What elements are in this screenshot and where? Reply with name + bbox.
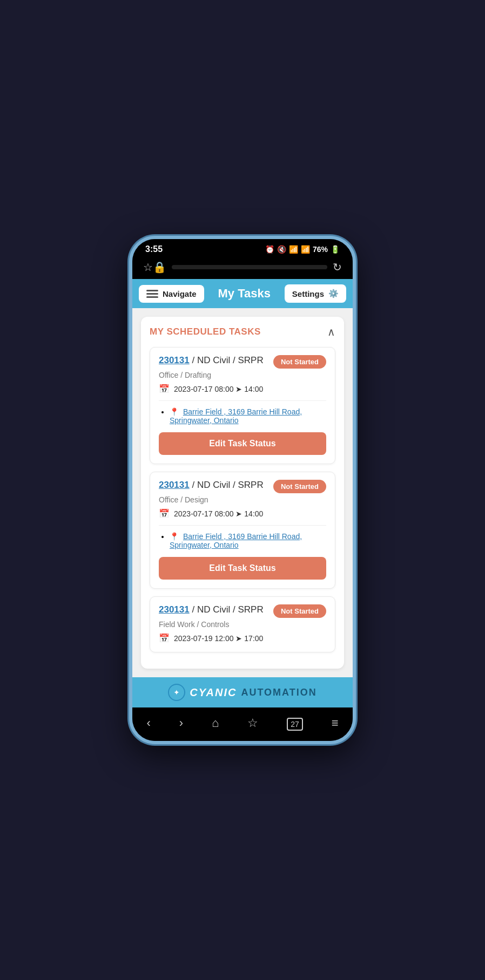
browser-bar: ☆ 🔒 ↻	[132, 257, 353, 279]
task-title: 230131 / ND Civil / SRPR	[159, 480, 268, 491]
edit-task-button-2[interactable]: Edit Task Status	[159, 557, 326, 580]
location-link-1[interactable]: Barrie Field , 3169 Barrie Hill Road, Sp…	[170, 407, 302, 425]
settings-label: Settings	[292, 289, 324, 298]
wifi-icon: 📶	[289, 245, 298, 254]
navigate-label: Navigate	[163, 289, 197, 298]
task-datetime-3: 2023-07-19 12:00 ➤ 17:00	[174, 634, 263, 643]
task-project-2: / ND Civil / SRPR	[192, 480, 263, 490]
task-project-1: / ND Civil / SRPR	[192, 355, 263, 365]
task-datetime-row-3: 📅 2023-07-19 12:00 ➤ 17:00	[159, 633, 326, 643]
task-location-list-2: 📍 Barrie Field , 3169 Barrie Hill Road, …	[159, 532, 326, 549]
lock-icon[interactable]: 🔒	[153, 261, 166, 274]
content-area: MY SCHEDULED TASKS ∧ 230131 / ND Civil /…	[132, 308, 353, 677]
task-header-row: 230131 / ND Civil / SRPR Not Started	[159, 355, 326, 369]
gear-icon: ⚙️	[328, 289, 339, 298]
mute-icon: 🔇	[277, 245, 286, 254]
status-badge-1: Not Started	[273, 355, 326, 369]
settings-button[interactable]: Settings ⚙️	[285, 284, 346, 303]
task-title: 230131 / ND Civil / SRPR	[159, 355, 268, 366]
section-title: MY SCHEDULED TASKS	[150, 326, 261, 337]
menu-button[interactable]: ≡	[325, 714, 345, 732]
task-id-link-1[interactable]: 230131	[159, 355, 190, 365]
task-category-1: Office / Drafting	[159, 371, 326, 379]
edit-task-button-1[interactable]: Edit Task Status	[159, 432, 326, 455]
task-card: 230131 / ND Civil / SRPR Not Started Off…	[150, 472, 335, 589]
location-icon-2: 📍	[170, 532, 179, 541]
task-datetime-row-1: 📅 2023-07-17 08:00 ➤ 14:00	[159, 384, 326, 394]
list-item: 📍 Barrie Field , 3169 Barrie Hill Road, …	[170, 407, 326, 425]
tab-counter: 27	[287, 716, 303, 730]
task-datetime-row-2: 📅 2023-07-17 08:00 ➤ 14:00	[159, 508, 326, 519]
signal-icon: 📶	[301, 245, 310, 254]
footer-brand: ✦ CYANIC AUTOMATION	[132, 677, 353, 707]
task-project-3: / ND Civil / SRPR	[192, 604, 263, 615]
star-icon[interactable]: ☆	[143, 261, 153, 274]
calendar-icon-3: 📅	[159, 633, 170, 643]
task-card: 230131 / ND Civil / SRPR Not Started Fie…	[150, 596, 335, 652]
status-time: 3:55	[145, 244, 163, 254]
bottom-nav: ‹ › ⌂ ☆ 27 ≡	[132, 707, 353, 741]
battery-text: 76%	[313, 245, 328, 254]
task-category-3: Field Work / Controls	[159, 620, 326, 629]
back-button[interactable]: ‹	[140, 714, 157, 732]
brand-name-italic: CYANIC	[190, 686, 237, 699]
tabs-button[interactable]: 27	[280, 714, 309, 732]
location-link-2[interactable]: Barrie Field , 3169 Barrie Hill Road, Sp…	[170, 532, 302, 549]
section-header: MY SCHEDULED TASKS ∧	[150, 325, 335, 338]
url-bar[interactable]	[172, 265, 327, 269]
task-divider-2	[159, 525, 326, 526]
status-badge-3: Not Started	[273, 604, 326, 618]
task-title: 230131 / ND Civil / SRPR	[159, 604, 268, 615]
calendar-icon-2: 📅	[159, 508, 170, 519]
scheduled-tasks-section: MY SCHEDULED TASKS ∧ 230131 / ND Civil /…	[141, 317, 344, 669]
calendar-icon-1: 📅	[159, 384, 170, 394]
status-bar: 3:55 ⏰ 🔇 📶 📶 76% 🔋	[132, 239, 353, 257]
task-id-link-3[interactable]: 230131	[159, 604, 190, 615]
collapse-icon[interactable]: ∧	[327, 325, 335, 338]
task-id-link-2[interactable]: 230131	[159, 480, 190, 490]
cyanic-icon: ✦	[168, 684, 185, 701]
status-icons: ⏰ 🔇 📶 📶 76% 🔋	[265, 245, 340, 254]
tab-count: 27	[287, 718, 303, 731]
forward-button[interactable]: ›	[173, 714, 190, 732]
list-item: 📍 Barrie Field , 3169 Barrie Hill Road, …	[170, 532, 326, 549]
reload-icon[interactable]: ↻	[333, 261, 342, 274]
navigate-button[interactable]: Navigate	[139, 285, 204, 303]
hamburger-icon	[146, 290, 158, 298]
task-location-list-1: 📍 Barrie Field , 3169 Barrie Hill Road, …	[159, 407, 326, 425]
status-badge-2: Not Started	[273, 480, 326, 493]
task-header-row: 230131 / ND Civil / SRPR Not Started	[159, 604, 326, 618]
task-divider-1	[159, 400, 326, 401]
battery-icon: 🔋	[331, 245, 340, 254]
task-header-row: 230131 / ND Civil / SRPR Not Started	[159, 480, 326, 493]
location-icon-1: 📍	[170, 407, 179, 416]
task-category-2: Office / Design	[159, 495, 326, 504]
brand-name-regular: AUTOMATION	[241, 687, 316, 698]
page-title: My Tasks	[218, 287, 270, 301]
alarm-icon: ⏰	[265, 245, 274, 254]
phone-frame: 3:55 ⏰ 🔇 📶 📶 76% 🔋 ☆ 🔒 ↻ Navigate My Tas…	[129, 236, 356, 744]
app-header: Navigate My Tasks Settings ⚙️	[132, 279, 353, 308]
task-datetime-1: 2023-07-17 08:00 ➤ 14:00	[174, 385, 263, 393]
task-card: 230131 / ND Civil / SRPR Not Started Off…	[150, 347, 335, 464]
task-datetime-2: 2023-07-17 08:00 ➤ 14:00	[174, 509, 263, 518]
home-button[interactable]: ⌂	[205, 714, 225, 732]
cyanic-logo: ✦ CYANIC AUTOMATION	[168, 684, 317, 701]
bookmark-button[interactable]: ☆	[241, 714, 265, 732]
